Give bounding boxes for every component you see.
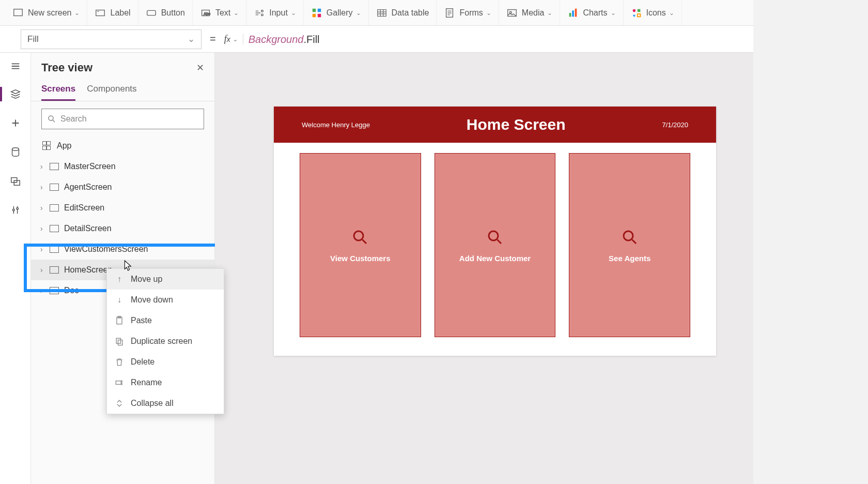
tree-item-label: DetailScreen bbox=[64, 224, 112, 233]
icons-button[interactable]: Icons ⌄ bbox=[624, 0, 682, 25]
tab-screens[interactable]: Screens bbox=[41, 80, 75, 101]
tile-view-customers[interactable]: View Customers bbox=[300, 153, 421, 337]
chevron-down-icon: ⌄ bbox=[669, 9, 674, 17]
tree-view-button[interactable] bbox=[5, 84, 26, 104]
ctx-rename[interactable]: Rename bbox=[107, 372, 224, 393]
tree-item-app[interactable]: App bbox=[31, 135, 214, 156]
input-label: Input bbox=[269, 8, 288, 18]
search-input[interactable]: Search bbox=[41, 109, 204, 129]
fx-button[interactable]: fx⌄ bbox=[224, 34, 243, 44]
charts-icon bbox=[567, 7, 579, 19]
tree-view-panel: Tree view ✕ Screens Components Search Ap… bbox=[31, 53, 215, 484]
ctx-collapse-all[interactable]: Collapse all bbox=[107, 393, 224, 414]
tools-button[interactable] bbox=[5, 200, 26, 220]
search-placeholder: Search bbox=[60, 114, 87, 124]
screen-icon bbox=[50, 204, 59, 211]
app-preview[interactable]: Welcome Henry Legge Home Screen 7/1/2020… bbox=[274, 107, 716, 356]
gallery-button[interactable]: Gallery ⌄ bbox=[304, 0, 369, 25]
svg-text:Abc: Abc bbox=[204, 11, 210, 16]
data-table-button[interactable]: Data table bbox=[369, 0, 437, 25]
chevron-right-icon: › bbox=[40, 183, 48, 191]
search-icon bbox=[621, 228, 639, 247]
svg-rect-0 bbox=[14, 9, 23, 16]
ctx-duplicate[interactable]: Duplicate screen bbox=[107, 331, 224, 352]
media-button[interactable]: Media ⌄ bbox=[499, 0, 561, 25]
app-icon bbox=[42, 141, 52, 150]
svg-point-23 bbox=[12, 148, 19, 151]
svg-rect-8 bbox=[318, 8, 321, 11]
data-button[interactable] bbox=[5, 142, 26, 162]
tab-components[interactable]: Components bbox=[87, 80, 136, 101]
gallery-label: Gallery bbox=[327, 8, 353, 18]
hamburger-button[interactable] bbox=[5, 56, 26, 77]
tree-item-viewcustomersscreen[interactable]: › ViewCustomersScreen bbox=[31, 239, 214, 260]
screen-icon bbox=[12, 7, 24, 19]
svg-rect-15 bbox=[569, 13, 571, 17]
chevron-down-icon: ⌄ bbox=[188, 34, 195, 44]
screen-icon bbox=[50, 225, 59, 232]
ctx-delete[interactable]: Delete bbox=[107, 352, 224, 372]
screen-icon bbox=[50, 163, 59, 170]
screen-icon bbox=[50, 184, 59, 191]
forms-label: Forms bbox=[459, 8, 483, 18]
button-button[interactable]: Button bbox=[138, 0, 193, 25]
ctx-move-up[interactable]: ↑ Move up bbox=[107, 269, 224, 290]
tile-see-agents[interactable]: See Agents bbox=[569, 153, 690, 337]
arrow-down-icon: ↓ bbox=[114, 295, 125, 305]
svg-rect-2 bbox=[147, 10, 156, 15]
formula-token-property: .Fill bbox=[303, 34, 319, 45]
svg-rect-19 bbox=[637, 9, 640, 12]
date-text: 7/1/2020 bbox=[662, 121, 688, 129]
chevron-right-icon: › bbox=[40, 266, 48, 274]
svg-point-26 bbox=[12, 209, 14, 211]
equals-sign: = bbox=[210, 33, 216, 45]
formula-input[interactable]: Background.Fill bbox=[249, 33, 320, 46]
screen-title: Home Screen bbox=[467, 116, 566, 133]
input-button[interactable]: Input ⌄ bbox=[246, 0, 304, 25]
chevron-right-icon: › bbox=[40, 286, 48, 295]
insert-button[interactable] bbox=[5, 113, 26, 133]
forms-button[interactable]: Forms ⌄ bbox=[437, 0, 499, 25]
chevron-right-icon: › bbox=[40, 204, 48, 212]
new-screen-button[interactable]: New screen ⌄ bbox=[5, 0, 87, 25]
ctx-move-down[interactable]: ↓ Move down bbox=[107, 290, 224, 310]
close-panel-button[interactable]: ✕ bbox=[196, 62, 204, 73]
button-icon bbox=[146, 7, 157, 19]
new-screen-label: New screen bbox=[28, 8, 71, 18]
svg-rect-7 bbox=[313, 8, 316, 11]
insert-ribbon: New screen ⌄ Label Button Abc Text ⌄ Inp… bbox=[0, 0, 868, 26]
collapse-icon bbox=[114, 398, 125, 409]
svg-rect-9 bbox=[313, 13, 316, 17]
preview-header: Welcome Henry Legge Home Screen 7/1/2020 bbox=[274, 107, 716, 143]
media-panel-button[interactable] bbox=[5, 171, 26, 191]
tree-item-editscreen[interactable]: › EditScreen bbox=[31, 198, 214, 218]
chevron-down-icon: ⌄ bbox=[74, 9, 80, 17]
tree-item-label: Doc bbox=[64, 286, 79, 295]
search-icon bbox=[351, 228, 369, 247]
property-selector[interactable]: Fill ⌄ bbox=[21, 29, 202, 49]
ctx-label: Rename bbox=[131, 378, 162, 387]
ctx-paste[interactable]: Paste bbox=[107, 310, 224, 331]
media-label: Media bbox=[522, 8, 545, 18]
formula-token-object: Background bbox=[249, 34, 304, 45]
input-icon bbox=[254, 7, 265, 19]
svg-rect-17 bbox=[575, 8, 577, 17]
icons-icon bbox=[631, 7, 642, 19]
text-button[interactable]: Abc Text ⌄ bbox=[193, 0, 246, 25]
tile-add-customer[interactable]: Add New Customer bbox=[435, 153, 556, 337]
svg-point-36 bbox=[624, 231, 633, 240]
data-table-label: Data table bbox=[392, 8, 429, 18]
tree-item-masterscreen[interactable]: › MasterScreen bbox=[31, 156, 214, 177]
chevron-right-icon: › bbox=[40, 162, 48, 171]
media-icon bbox=[506, 7, 518, 19]
tree-item-detailscreen[interactable]: › DetailScreen bbox=[31, 218, 214, 239]
svg-rect-32 bbox=[118, 340, 122, 345]
paste-icon bbox=[114, 315, 125, 326]
tree-item-agentscreen[interactable]: › AgentScreen bbox=[31, 177, 214, 198]
ctx-label: Paste bbox=[131, 316, 152, 325]
charts-button[interactable]: Charts ⌄ bbox=[560, 0, 623, 25]
svg-point-27 bbox=[16, 207, 18, 209]
label-label: Label bbox=[110, 8, 130, 18]
label-button[interactable]: Label bbox=[87, 0, 138, 25]
chevron-down-icon: ⌄ bbox=[611, 9, 616, 17]
